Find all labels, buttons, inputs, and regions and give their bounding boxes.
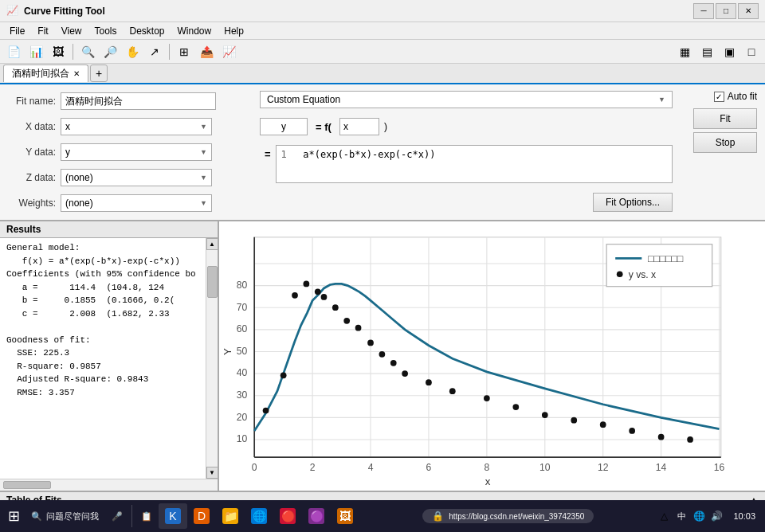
taskbar-app1[interactable]: K [159, 503, 187, 529]
search-label: 问题尽管问我 [46, 510, 99, 522]
equation-text-area[interactable]: 1 a*(exp(-b*x)-exp(-c*x)) [276, 145, 673, 183]
menu-desktop[interactable]: Desktop [124, 24, 171, 38]
image-button[interactable]: 🖼 [48, 42, 69, 61]
svg-text:14: 14 [656, 462, 667, 473]
equation-formula: a*(exp(-b*x)-exp(-c*x)) [292, 149, 436, 160]
menu-file[interactable]: File [3, 24, 31, 38]
taskbar-app3[interactable]: 📁 [216, 503, 245, 529]
tab-close-button[interactable]: ✕ [73, 69, 80, 78]
svg-text:30: 30 [237, 389, 248, 401]
results-panel: Results General model: f(x) = a*(exp(-b*… [0, 221, 219, 491]
z-data-value: (none) [65, 172, 93, 183]
menu-fit[interactable]: Fit [31, 24, 54, 38]
taskbar-app7[interactable]: 🖼 [331, 503, 359, 529]
layout-btn1[interactable]: ▦ [674, 42, 695, 61]
x-variable-input[interactable] [339, 118, 379, 135]
maximize-button[interactable]: □ [716, 3, 736, 19]
results-scrollbar[interactable]: ▲ ▼ [206, 238, 218, 479]
data-point [542, 412, 548, 418]
taskbar-task-view[interactable]: 📋 [135, 503, 159, 529]
h-scrollbar[interactable] [0, 479, 218, 491]
task-view-icon: 📋 [141, 511, 152, 522]
layout-btn4[interactable]: □ [741, 42, 762, 61]
layout-btn3[interactable]: ▣ [719, 42, 740, 61]
taskbar-app2[interactable]: D [187, 503, 216, 529]
tab-main[interactable]: 酒精时间拟合 ✕ [3, 65, 88, 82]
start-button[interactable]: ⊞ [3, 503, 25, 529]
taskbar-search[interactable]: 🔍 问题尽管问我 [25, 503, 105, 529]
app3-icon: 📁 [222, 508, 238, 524]
fit-options-button[interactable]: Fit Options... [593, 193, 673, 212]
svg-text:2: 2 [310, 462, 316, 473]
toolbar: 📄 📊 🖼 🔍 🔎 ✋ ↗ ⊞ 📤 📈 ▦ ▤ ▣ □ [0, 40, 765, 64]
url-bar[interactable]: 🔒 https://blog.csdn.net/weixin_39742350 [422, 509, 594, 523]
app-icon: 📈 [6, 5, 19, 18]
z-data-select[interactable]: (none) ▼ [61, 169, 212, 186]
notification-icon[interactable]: △ [657, 509, 671, 523]
menu-tools[interactable]: Tools [88, 24, 123, 38]
data-point [355, 325, 362, 331]
y-data-value: y [65, 147, 70, 158]
menu-help[interactable]: Help [218, 24, 250, 38]
cursor-button[interactable]: ↗ [144, 42, 165, 61]
svg-text:80: 80 [237, 280, 248, 291]
network-icon[interactable]: 🌐 [692, 509, 706, 523]
chart-panel: 0 2 4 6 8 10 12 14 16 x 10 20 30 40 50 6… [219, 221, 765, 491]
fit-name-input[interactable] [61, 92, 216, 110]
scroll-down-arrow[interactable]: ▼ [206, 467, 218, 479]
grid-button[interactable]: ⊞ [174, 42, 194, 61]
taskbar-app6[interactable]: 🟣 [302, 503, 331, 529]
clock[interactable]: 10:03 [727, 511, 762, 521]
taskbar-sep1 [131, 505, 132, 527]
mic-icon: 🎤 [112, 511, 123, 522]
new-button[interactable]: 📄 [3, 42, 24, 61]
scroll-up-arrow[interactable]: ▲ [206, 238, 218, 250]
lock-icon: 🔒 [432, 510, 444, 522]
y-data-select[interactable]: y ▼ [61, 143, 212, 161]
close-button[interactable]: ✕ [738, 3, 759, 19]
taskbar-app4[interactable]: 🌐 [245, 503, 273, 529]
stats-button[interactable]: 📈 [218, 42, 239, 61]
minimize-button[interactable]: ─ [693, 3, 714, 19]
weights-label: Weights: [8, 198, 56, 209]
svg-text:12: 12 [598, 462, 609, 473]
equation-panel: Custom Equation ▼ = f( ) = 1 a*(exp(-b*x… [260, 91, 673, 213]
data-point [426, 379, 432, 385]
layout-btn2[interactable]: ▤ [696, 42, 717, 61]
taskbar-app5[interactable]: 🔴 [273, 503, 302, 529]
svg-text:0: 0 [252, 462, 257, 473]
data-button[interactable]: 📊 [26, 42, 46, 61]
weights-row: Weights: (none) ▼ [8, 193, 247, 213]
new-tab-button[interactable]: + [90, 65, 108, 82]
window-controls: ─ □ ✕ [693, 3, 759, 19]
menu-window[interactable]: Window [171, 24, 218, 38]
x-data-value: x [65, 121, 70, 132]
y-variable-input[interactable] [260, 118, 308, 135]
menu-view[interactable]: View [55, 24, 88, 38]
data-point [379, 351, 386, 358]
pan-button[interactable]: ✋ [122, 42, 143, 61]
zoom-in-button[interactable]: 🔍 [77, 42, 98, 61]
svg-point-43 [617, 271, 623, 277]
close-paren: ) [384, 121, 387, 132]
y-data-arrow: ▼ [200, 148, 207, 156]
weights-select[interactable]: (none) ▼ [61, 194, 212, 212]
scroll-thumb[interactable] [207, 266, 218, 298]
h-scroll-thumb[interactable] [3, 481, 51, 489]
equals-sign: = f( [312, 121, 335, 133]
autofit-checkbox[interactable]: ✓ [714, 92, 724, 102]
eq-line-number: 1 [281, 149, 287, 160]
equation-type-select[interactable]: Custom Equation ▼ [260, 91, 673, 108]
data-point [629, 428, 635, 434]
volume-icon[interactable]: 🔊 [709, 509, 724, 523]
data-point [512, 404, 519, 410]
taskbar-mic[interactable]: 🎤 [105, 503, 129, 529]
export-button[interactable]: 📤 [196, 42, 217, 61]
zoom-out-button[interactable]: 🔎 [100, 42, 120, 61]
lang-icon[interactable]: 中 [674, 509, 688, 523]
x-data-select[interactable]: x ▼ [61, 118, 212, 135]
fit-button[interactable]: Fit [693, 108, 757, 129]
stop-button[interactable]: Stop [693, 132, 757, 153]
menu-bar: File Fit View Tools Desktop Window Help [0, 22, 765, 40]
data-point [292, 292, 298, 299]
